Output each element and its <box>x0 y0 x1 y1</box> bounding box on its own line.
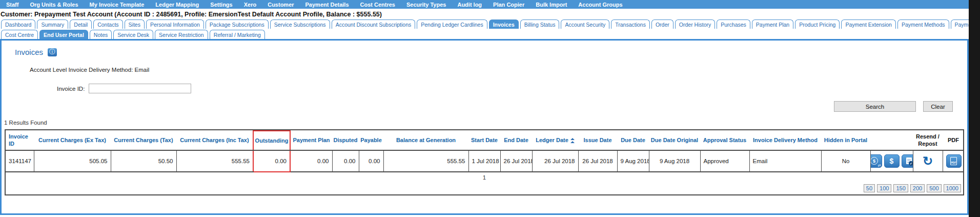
tab-service-desk[interactable]: Service Desk <box>113 30 153 39</box>
menu-item-payment-details[interactable]: Payment Details <box>300 2 355 8</box>
tab-contacts[interactable]: Contacts <box>93 19 122 29</box>
tab-purchases[interactable]: Purchases <box>717 19 750 29</box>
info-icon[interactable]: ⓘ <box>48 48 57 56</box>
col-header-current-charges-inc-tax[interactable]: Current Charges (Inc Tax) <box>176 131 253 150</box>
page-size-buttons: 50 100 150 200 500 1000 <box>6 183 963 194</box>
col-header-hidden-in-portal[interactable]: Hidden in Portal <box>821 131 870 150</box>
tab-end-user-portal[interactable]: End User Portal <box>39 30 88 39</box>
col-header-start-date[interactable]: Start Date <box>468 131 500 150</box>
menu-item-cost-centres[interactable]: Cost Centres <box>355 2 401 8</box>
page-size-1000-button[interactable]: 1000 <box>944 184 961 192</box>
page-size-50-button[interactable]: 50 <box>864 184 875 192</box>
col-header-approval-status[interactable]: Approval Status <box>700 131 749 150</box>
charge-dollar-icon[interactable]: $ <box>884 154 900 168</box>
menu-item-ledger-mapping[interactable]: Ledger Mapping <box>150 2 205 8</box>
tab-package-subscriptions[interactable]: Package Subscriptions <box>206 19 269 29</box>
tab-transactions[interactable]: Transactions <box>611 19 650 29</box>
col-header-current-charges-ex-tax[interactable]: Current Charges (Ex Tax) <box>34 131 111 150</box>
cell-invoice-id: 3141147 <box>6 150 34 172</box>
cell-pdf: PDF <box>943 150 964 172</box>
invoice-approve-icon[interactable]: ✔ <box>902 154 913 168</box>
menu-item-plan-copier[interactable]: Plan Copier <box>487 2 530 8</box>
menu-item-audit-log[interactable]: Audit log <box>452 2 487 8</box>
cell-start-date: 1 Jul 2018 <box>468 150 500 172</box>
cell-approval-status: Approved <box>700 150 749 172</box>
tab-invoices[interactable]: Invoices <box>489 19 519 29</box>
menu-item-customer[interactable]: Customer <box>262 2 299 8</box>
tab-sites[interactable]: Sites <box>125 19 145 29</box>
menu-item-my-invoice-template[interactable]: My Invoice Template <box>84 2 150 8</box>
col-header-balance-at-generation[interactable]: Balance at Generation <box>383 131 468 150</box>
invoices-table: Invoice ID Current Charges (Ex Tax) Curr… <box>5 129 964 195</box>
refresh-icon[interactable]: ↻ <box>923 156 933 166</box>
col-header-outstanding[interactable]: Outstanding <box>253 131 290 150</box>
tab-payment-extension[interactable]: Payment Extension <box>841 19 895 29</box>
tab-order[interactable]: Order <box>651 19 673 29</box>
col-header-invoice-delivery-method[interactable]: Invoice Delivery Method <box>749 131 821 150</box>
col-header-issue-date[interactable]: Issue Date <box>578 131 617 150</box>
col-header-due-date[interactable]: Due Date <box>617 131 649 150</box>
menu-item-xero[interactable]: Xero <box>238 2 262 8</box>
menu-item-bulk-import[interactable]: Bulk Import <box>530 2 573 8</box>
page-size-500-button[interactable]: 500 <box>927 184 941 192</box>
cell-actions: $ ⇄ $ ✔ <box>870 150 913 172</box>
invoice-id-input[interactable] <box>89 84 191 93</box>
tab-notes[interactable]: Notes <box>90 30 112 39</box>
tab-payment-methods[interactable]: Payment Methods <box>897 19 949 29</box>
top-menubar: Staff Org Units & Roles My Invoice Templ… <box>0 0 969 9</box>
col-header-end-date[interactable]: End Date <box>500 131 532 150</box>
cell-resend-repost: ↻ <box>913 150 943 172</box>
cell-due-date-original: 9 Aug 2018 <box>649 150 700 172</box>
customer-summary-line: Customer: Prepayment Test Account (Accou… <box>0 9 969 19</box>
menu-item-staff[interactable]: Staff <box>1 2 24 8</box>
tab-product-pricing[interactable]: Product Pricing <box>795 19 840 29</box>
col-header-pdf: PDF <box>943 131 964 150</box>
tab-service-restriction[interactable]: Service Restriction <box>155 30 208 39</box>
tab-summary[interactable]: Summary <box>37 19 68 29</box>
clear-button[interactable]: Clear <box>923 101 953 112</box>
menu-item-account-groups[interactable]: Account Groups <box>573 2 628 8</box>
tab-detail[interactable]: Detail <box>70 19 92 29</box>
col-header-due-date-original[interactable]: Due Date Original <box>649 131 700 150</box>
page-size-200-button[interactable]: 200 <box>910 184 925 192</box>
col-header-payable[interactable]: Payable <box>359 131 383 150</box>
cell-end-date: 26 Jul 2018 <box>500 150 532 172</box>
results-count: 1 Results Found <box>4 120 967 126</box>
cell-current-charges-ex-tax: 505.05 <box>34 150 111 172</box>
tab-payment-plan[interactable]: Payment Plan <box>752 19 793 29</box>
col-header-payment-plan[interactable]: Payment Plan <box>290 131 332 150</box>
col-header-ledger-date[interactable]: Ledger Date <box>532 131 578 150</box>
cell-current-charges-inc-tax: 555.55 <box>176 150 253 172</box>
tab-billing-status[interactable]: Billing Status <box>520 19 560 29</box>
tab-service-subscriptions[interactable]: Service Subscriptions <box>270 19 330 29</box>
menu-item-org-units-roles[interactable]: Org Units & Roles <box>24 2 84 8</box>
tab-order-history[interactable]: Order History <box>675 19 715 29</box>
current-page-number[interactable]: 1 <box>6 172 963 183</box>
sort-ascending-icon[interactable] <box>570 137 575 144</box>
invoice-money-icon[interactable]: $ ⇄ <box>870 154 882 168</box>
page-size-150-button[interactable]: 150 <box>893 184 908 192</box>
col-header-disputed[interactable]: Disputed <box>332 131 359 150</box>
tab-pending-ledger-cardlines[interactable]: Pending Ledger Cardlines <box>417 19 487 29</box>
table-row: 3141147 505.05 50.50 555.55 0.00 0.00 0.… <box>6 150 964 172</box>
col-header-resend-repost: Resend / Repost <box>913 131 943 150</box>
menu-item-security-types[interactable]: Security Types <box>401 2 452 8</box>
page-size-100-button[interactable]: 100 <box>877 184 891 192</box>
tab-personal-information[interactable]: Personal Information <box>146 19 204 29</box>
col-header-invoice-id[interactable]: Invoice ID <box>6 131 34 150</box>
cell-issue-date: 26 Jul 2018 <box>578 150 617 172</box>
search-button[interactable]: Search <box>834 101 916 112</box>
col-header-current-charges-tax[interactable]: Current Charges (Tax) <box>111 131 176 150</box>
tab-account-discount-subscriptions[interactable]: Account Discount Subscriptions <box>332 19 416 29</box>
tab-dashboard[interactable]: Dashboard <box>1 19 35 29</box>
menu-item-settings[interactable]: Settings <box>205 2 238 8</box>
col-header-actions <box>870 131 913 150</box>
tab-cost-centre[interactable]: Cost Centre <box>1 30 38 39</box>
tab-account-security[interactable]: Account Security <box>561 19 609 29</box>
dollar-circle-glyph: $ <box>870 157 878 165</box>
pdf-document-icon[interactable]: PDF <box>946 154 962 168</box>
tab-row-secondary: Cost Centre End User Portal Notes Servic… <box>0 30 969 39</box>
tab-referral-marketing[interactable]: Referral / Marketing <box>210 30 265 39</box>
cell-invoice-delivery-method: Email <box>749 150 821 172</box>
document-glyph: ✔ <box>906 157 912 164</box>
